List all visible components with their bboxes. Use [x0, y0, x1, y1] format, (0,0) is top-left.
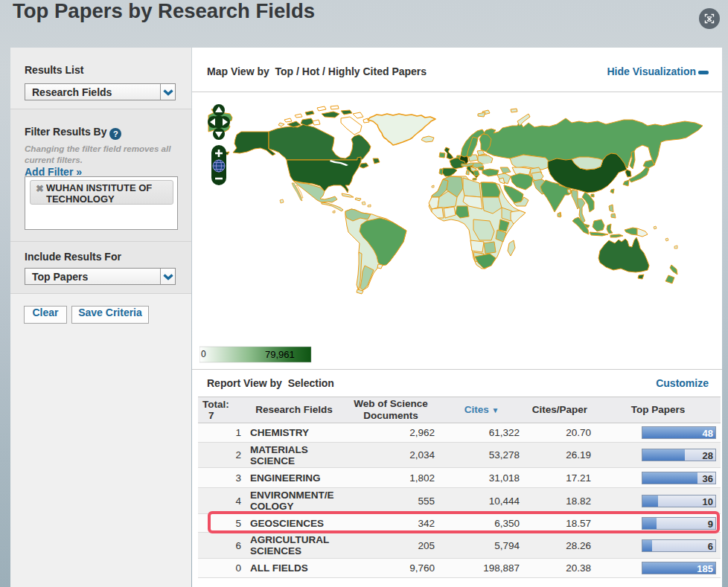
- svg-text:0: 0: [201, 349, 206, 359]
- svg-text:79,961: 79,961: [265, 349, 295, 360]
